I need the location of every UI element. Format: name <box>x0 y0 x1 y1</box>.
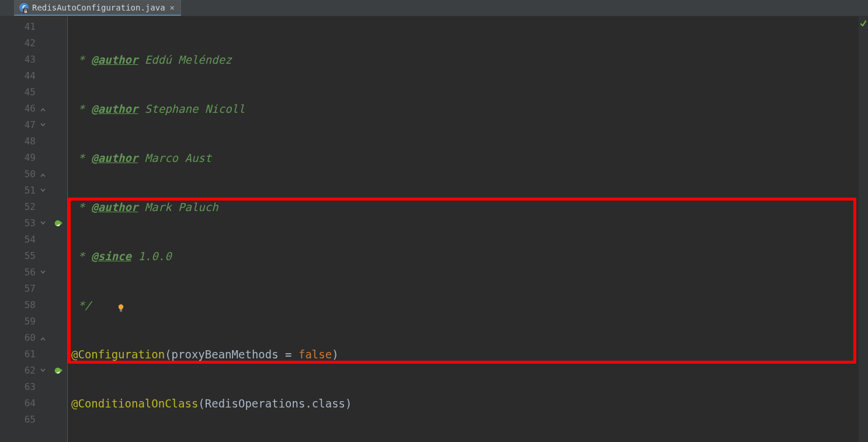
svg-rect-0 <box>24 11 27 13</box>
editor-tab-active[interactable]: C RedisAutoConfiguration.java × <box>14 0 181 16</box>
fold-start-icon[interactable] <box>37 362 48 379</box>
line-number[interactable]: 41 <box>8 19 36 35</box>
svg-rect-3 <box>119 310 121 310</box>
line-number[interactable]: 56 <box>8 264 36 281</box>
line-number[interactable]: 44 <box>8 68 36 84</box>
fold-start-icon[interactable] <box>37 215 48 232</box>
gutter-icon-strip[interactable] <box>49 16 68 442</box>
javadoc-author-tag: @author <box>91 53 138 66</box>
svg-rect-4 <box>120 311 122 312</box>
fold-end-icon[interactable] <box>37 101 48 117</box>
line-number[interactable]: 42 <box>8 35 36 51</box>
editor-tab-bar[interactable]: C RedisAutoConfiguration.java × <box>0 0 868 16</box>
line-number[interactable]: 53 <box>8 215 36 232</box>
fold-start-icon[interactable] <box>37 264 48 281</box>
line-number[interactable]: 54 <box>8 232 36 248</box>
close-tab-icon[interactable]: × <box>170 3 175 12</box>
line-number[interactable]: 62 <box>8 362 36 379</box>
line-number[interactable]: 48 <box>8 133 36 150</box>
line-number[interactable]: 49 <box>8 150 36 166</box>
line-number[interactable]: 63 <box>8 379 36 395</box>
line-number[interactable]: 59 <box>8 313 36 330</box>
line-number[interactable]: 46 <box>8 101 36 117</box>
line-number[interactable]: 61 <box>8 346 36 362</box>
code-area[interactable]: * @author Eddú Meléndez * @author Stepha… <box>68 16 859 442</box>
code-editor[interactable]: 4142434445464748495051525354555657585960… <box>0 16 868 442</box>
fold-end-icon[interactable] <box>37 166 48 182</box>
line-number[interactable]: 60 <box>8 330 36 346</box>
line-number[interactable]: 43 <box>8 51 36 68</box>
inspection-ok-icon <box>860 20 866 27</box>
line-number[interactable]: 47 <box>8 117 36 133</box>
line-number[interactable]: 45 <box>8 84 36 101</box>
line-number[interactable]: 57 <box>8 281 36 297</box>
line-number[interactable]: 50 <box>8 166 36 182</box>
line-number[interactable]: 52 <box>8 199 36 215</box>
javadoc-text: * <box>71 53 91 66</box>
intention-bulb-icon[interactable] <box>76 284 85 293</box>
spring-bean-icon[interactable] <box>49 215 67 232</box>
fold-start-icon[interactable] <box>37 117 48 133</box>
line-number[interactable]: 58 <box>8 297 36 313</box>
editor-tab-filename: RedisAutoConfiguration.java <box>32 3 165 12</box>
fold-end-icon[interactable] <box>37 330 48 346</box>
line-number[interactable]: 51 <box>8 182 36 199</box>
line-number[interactable]: 65 <box>8 412 36 428</box>
javadoc-since-tag: @since <box>91 250 131 263</box>
inspection-strip[interactable] <box>859 16 868 442</box>
spring-bean-icon[interactable] <box>49 362 67 379</box>
highlight-box <box>68 198 856 364</box>
line-number-gutter[interactable]: 4142434445464748495051525354555657585960… <box>8 16 49 442</box>
javadoc-author: Eddú Meléndez <box>145 53 232 66</box>
annotation: @Configuration <box>71 348 165 361</box>
line-number[interactable]: 55 <box>8 248 36 264</box>
annotation: @ConditionalOnClass <box>71 397 198 410</box>
editor-left-edge <box>0 16 8 442</box>
readonly-lock-icon <box>23 8 28 13</box>
line-number[interactable]: 64 <box>8 395 36 412</box>
fold-start-icon[interactable] <box>37 182 48 199</box>
